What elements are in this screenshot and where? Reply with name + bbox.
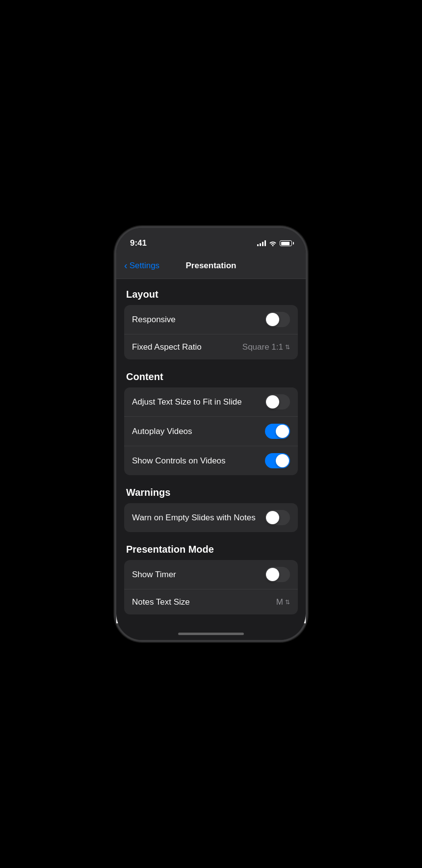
autoplay-videos-toggle[interactable] <box>265 424 290 439</box>
show-timer-row: Show Timer <box>124 560 298 589</box>
battery-icon <box>280 240 292 246</box>
notes-text-size-row: Notes Text Size M ⇅ <box>124 589 298 614</box>
adjust-text-size-row: Adjust Text Size to Fit in Slide <box>124 387 298 416</box>
back-chevron-icon: ‹ <box>124 260 128 270</box>
autoplay-videos-row: Autoplay Videos <box>124 416 298 446</box>
responsive-toggle[interactable] <box>265 312 290 327</box>
responsive-row: Responsive <box>124 305 298 334</box>
status-icons <box>257 240 292 246</box>
notes-text-size-value[interactable]: M ⇅ <box>276 597 290 607</box>
home-bar <box>178 633 244 635</box>
layout-group: Responsive Fixed Aspect Ratio Square 1:1… <box>124 305 298 359</box>
warn-empty-slides-row: Warn on Empty Slides with Notes <box>124 503 298 532</box>
nav-bar: ‹ Settings Presentation <box>116 253 306 279</box>
back-label: Settings <box>130 261 159 271</box>
responsive-label: Responsive <box>132 315 176 325</box>
fixed-aspect-ratio-value[interactable]: Square 1:1 ⇅ <box>242 342 290 352</box>
fixed-aspect-ratio-text: Square 1:1 <box>242 342 283 352</box>
back-button[interactable]: ‹ Settings <box>124 261 159 271</box>
phone-frame: 9:41 ‹ Settings Presentation Layout <box>115 227 307 641</box>
home-indicator <box>116 625 306 641</box>
wifi-icon <box>269 240 277 246</box>
show-controls-label: Show Controls on Videos <box>132 456 226 466</box>
adjust-text-size-label: Adjust Text Size to Fit in Slide <box>132 397 242 407</box>
show-timer-toggle[interactable] <box>265 567 290 582</box>
page-title: Presentation <box>186 261 237 271</box>
content-section-title: Content <box>124 371 298 383</box>
warnings-group: Warn on Empty Slides with Notes <box>124 503 298 532</box>
warn-empty-slides-toggle[interactable] <box>265 510 290 525</box>
fixed-aspect-ratio-label: Fixed Aspect Ratio <box>132 342 202 352</box>
layout-section-title: Layout <box>124 289 298 300</box>
content-group: Adjust Text Size to Fit in Slide Autopla… <box>124 387 298 475</box>
fixed-aspect-ratio-row: Fixed Aspect Ratio Square 1:1 ⇅ <box>124 334 298 359</box>
aspect-ratio-chevron-icon: ⇅ <box>285 344 290 350</box>
warn-empty-slides-label: Warn on Empty Slides with Notes <box>132 513 256 523</box>
autoplay-videos-label: Autoplay Videos <box>132 427 192 436</box>
settings-content: Layout Responsive Fixed Aspect Ratio Squ… <box>116 279 306 625</box>
status-time: 9:41 <box>130 238 147 248</box>
presentation-mode-group: Show Timer Notes Text Size M ⇅ <box>124 560 298 614</box>
show-timer-label: Show Timer <box>132 570 176 580</box>
notes-text-size-label: Notes Text Size <box>132 597 190 607</box>
adjust-text-size-toggle[interactable] <box>265 394 290 409</box>
warnings-section-title: Warnings <box>124 487 298 498</box>
show-controls-toggle[interactable] <box>265 453 290 468</box>
status-bar: 9:41 <box>116 228 306 253</box>
presentation-mode-section-title: Presentation Mode <box>124 544 298 555</box>
notes-text-size-text: M <box>276 597 283 607</box>
signal-icon <box>257 240 266 246</box>
notes-text-size-chevron-icon: ⇅ <box>285 599 290 605</box>
show-controls-row: Show Controls on Videos <box>124 446 298 475</box>
